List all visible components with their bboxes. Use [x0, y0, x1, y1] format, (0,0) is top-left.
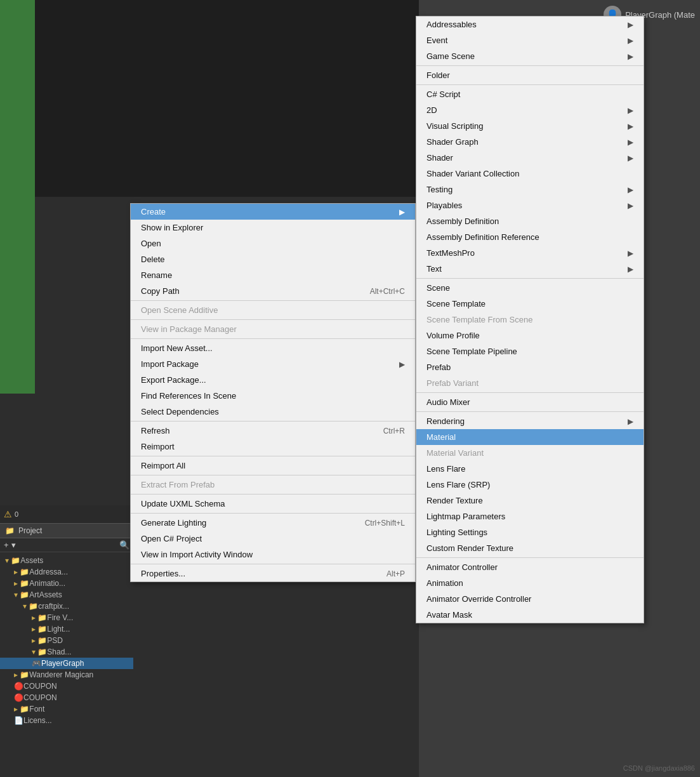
- right-menu-item-prefab-variant: Prefab Variant: [416, 375, 644, 391]
- tree-item-animations[interactable]: ▸ 📁 Animatio...: [0, 578, 133, 589]
- left-menu-item-update-uxml-schema[interactable]: Update UXML Schema: [131, 496, 415, 512]
- search-icon[interactable]: 🔍: [119, 540, 129, 550]
- tree-item-label: PSD: [47, 636, 63, 645]
- left-menu-item-rename[interactable]: Rename: [131, 267, 415, 283]
- menu-item-label: TextMeshPro: [426, 248, 475, 258]
- tree-item-light[interactable]: ▸ 📁 Light...: [0, 623, 133, 635]
- menu-item-label: Visual Scripting: [426, 121, 483, 131]
- left-menu-item-find-references[interactable]: Find References In Scene: [131, 388, 415, 404]
- menu-item-label: Select Dependencies: [141, 407, 219, 416]
- right-menu-item-prefab[interactable]: Prefab: [416, 359, 644, 375]
- left-menu-item-open[interactable]: Open: [131, 236, 415, 251]
- right-menu-item-event[interactable]: Event▶: [416, 32, 644, 48]
- right-menu-item-volume-profile[interactable]: Volume Profile: [416, 328, 644, 343]
- tree-item-fire[interactable]: ▸ 📁 Fire V...: [0, 612, 133, 623]
- right-menu-item-text[interactable]: Text▶: [416, 261, 644, 277]
- tree-item-addressables[interactable]: ▸ 📁 Addressa...: [0, 566, 133, 578]
- tree-item-font[interactable]: ▸ 📁 Font: [0, 703, 133, 715]
- menu-separator: [131, 475, 415, 475]
- submenu-arrow-icon: ▶: [628, 201, 633, 210]
- right-menu-item-scene[interactable]: Scene: [416, 280, 644, 296]
- menu-separator: [416, 411, 644, 412]
- menu-separator: [131, 338, 415, 339]
- right-menu-item-visual-scripting[interactable]: Visual Scripting▶: [416, 118, 644, 134]
- watermark: CSDN @jiangdaxia886: [623, 764, 695, 772]
- right-menu-item-playables[interactable]: Playables▶: [416, 197, 644, 213]
- menu-separator: [416, 392, 644, 393]
- right-menu-item-animator-override-controller[interactable]: Animator Override Controller: [416, 591, 644, 607]
- right-menu-item-csharp-script[interactable]: C# Script: [416, 86, 644, 102]
- tree-item-wanderer[interactable]: ▸ 📁 Wanderer Magican: [0, 669, 133, 681]
- tree-item-shad[interactable]: ▾ 📁 Shad...: [0, 646, 133, 658]
- menu-item-shortcut: Alt+P: [386, 569, 405, 578]
- file-icon: 🎮: [32, 659, 41, 668]
- tree-item-coupon1[interactable]: 🔴 COUPON: [0, 681, 133, 692]
- right-menu-item-game-scene[interactable]: Game Scene▶: [416, 48, 644, 64]
- right-menu-item-animator-controller[interactable]: Animator Controller: [416, 559, 644, 575]
- right-menu-item-material[interactable]: Material: [416, 429, 644, 445]
- right-menu-item-scene-template-pipeline[interactable]: Scene Template Pipeline: [416, 343, 644, 359]
- left-menu-item-delete[interactable]: Delete: [131, 251, 415, 267]
- left-menu-item-open-csharp-project[interactable]: Open C# Project: [131, 531, 415, 547]
- right-menu-item-lens-flare-srp[interactable]: Lens Flare (SRP): [416, 477, 644, 493]
- tree-item-licens[interactable]: 📄 Licens...: [0, 715, 133, 726]
- menu-item-label: View in Import Activity Window: [141, 550, 253, 559]
- submenu-arrow-icon: ▶: [399, 208, 405, 216]
- menu-item-label: Animator Controller: [426, 562, 498, 572]
- tree-item-artassets[interactable]: ▾ 📁 ArtAssets: [0, 589, 133, 601]
- right-menu-item-testing[interactable]: Testing▶: [416, 182, 644, 197]
- right-menu-item-assembly-definition-reference[interactable]: Assembly Definition Reference: [416, 229, 644, 245]
- right-menu-item-rendering[interactable]: Rendering▶: [416, 413, 644, 429]
- right-menu-item-animation[interactable]: Animation: [416, 575, 644, 591]
- right-menu-item-render-texture[interactable]: Render Texture: [416, 493, 644, 508]
- right-menu-item-audio-mixer[interactable]: Audio Mixer: [416, 394, 644, 410]
- menu-item-label: Prefab: [426, 362, 451, 372]
- tree-item-playergraph[interactable]: 🎮 PlayerGraph: [0, 658, 133, 669]
- left-menu-item-create[interactable]: Create▶: [131, 204, 415, 220]
- menu-item-label: 2D: [426, 105, 437, 115]
- right-menu-item-assembly-definition[interactable]: Assembly Definition: [416, 213, 644, 229]
- menu-item-label: Prefab Variant: [426, 378, 479, 388]
- left-menu-item-reimport-all[interactable]: Reimport All: [131, 458, 415, 474]
- left-menu-item-generate-lighting[interactable]: Generate LightingCtrl+Shift+L: [131, 515, 415, 531]
- tree-item-psd[interactable]: ▸ 📁 PSD: [0, 635, 133, 646]
- submenu-arrow-icon: ▶: [628, 185, 633, 194]
- tree-item-label: PlayerGraph: [41, 659, 84, 668]
- right-menu-item-lightmap-parameters[interactable]: Lightmap Parameters: [416, 508, 644, 524]
- menu-item-label: Rename: [141, 270, 172, 280]
- right-menu-item-shader-variant-collection[interactable]: Shader Variant Collection: [416, 166, 644, 182]
- right-menu-item-textmeshpro[interactable]: TextMeshPro▶: [416, 245, 644, 261]
- right-menu-item-addressables[interactable]: Addressables▶: [416, 17, 644, 32]
- left-menu-item-refresh[interactable]: RefreshCtrl+R: [131, 423, 415, 439]
- right-menu-item-shader[interactable]: Shader▶: [416, 150, 644, 166]
- right-menu-item-lighting-settings[interactable]: Lighting Settings: [416, 524, 644, 540]
- left-menu-item-import-new-asset[interactable]: Import New Asset...: [131, 340, 415, 356]
- add-button[interactable]: +: [4, 540, 9, 550]
- left-menu-item-copy-path[interactable]: Copy PathAlt+Ctrl+C: [131, 283, 415, 299]
- left-menu-item-show-in-explorer[interactable]: Show in Explorer: [131, 220, 415, 236]
- notification-bar: ⚠ 0: [0, 505, 133, 523]
- right-menu-item-scene-template[interactable]: Scene Template: [416, 296, 644, 312]
- right-menu-item-custom-render-texture[interactable]: Custom Render Texture: [416, 540, 644, 556]
- left-menu-item-select-dependencies[interactable]: Select Dependencies: [131, 404, 415, 420]
- tree-item-assets[interactable]: ▾ 📁 Assets: [0, 555, 133, 566]
- menu-item-label: Scene Template: [426, 299, 485, 309]
- right-menu-item-folder[interactable]: Folder: [416, 67, 644, 83]
- menu-item-label: Audio Mixer: [426, 397, 470, 407]
- left-menu-item-properties[interactable]: Properties...Alt+P: [131, 566, 415, 581]
- menu-separator: [416, 278, 644, 279]
- add-dropdown-icon[interactable]: ▾: [11, 540, 16, 550]
- left-menu-item-view-import-activity[interactable]: View in Import Activity Window: [131, 547, 415, 562]
- tree-item-craftpix[interactable]: ▾ 📁 craftpix...: [0, 601, 133, 612]
- right-menu-item-2d[interactable]: 2D▶: [416, 102, 644, 118]
- menu-item-shortcut: Ctrl+R: [383, 427, 405, 435]
- right-menu-item-avatar-mask[interactable]: Avatar Mask: [416, 607, 644, 623]
- left-menu-item-import-package[interactable]: Import Package▶: [131, 356, 415, 372]
- tree-item-label: COUPON: [23, 693, 57, 702]
- menu-separator: [416, 84, 644, 85]
- left-menu-item-reimport[interactable]: Reimport: [131, 439, 415, 455]
- right-menu-item-shader-graph[interactable]: Shader Graph▶: [416, 134, 644, 150]
- left-menu-item-export-package[interactable]: Export Package...: [131, 372, 415, 388]
- right-menu-item-lens-flare[interactable]: Lens Flare: [416, 461, 644, 477]
- tree-item-coupon2[interactable]: 🔴 COUPON: [0, 692, 133, 703]
